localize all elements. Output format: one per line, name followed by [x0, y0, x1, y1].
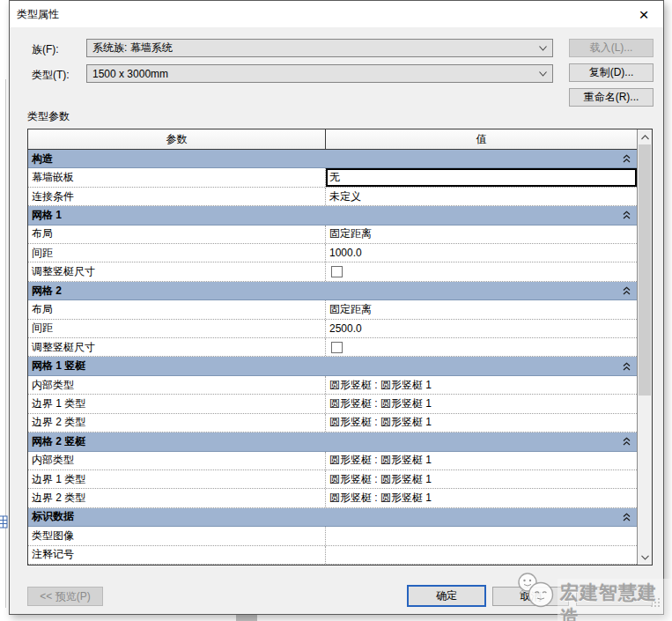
param-row[interactable]: 边界 2 类型圆形竖梃 : 圆形竖梃 1 — [28, 414, 637, 432]
screenshot-page: 类型属性 × 族(F): 系统族: 幕墙系统 载入(L)... 类型(T): 1… — [0, 0, 672, 621]
param-name-cell: 连接条件 — [28, 188, 326, 205]
param-row[interactable]: 注释记号 — [28, 546, 637, 565]
collapse-chevron-icon[interactable] — [623, 211, 631, 219]
section-label: 标识数据 — [32, 509, 74, 524]
param-value-cell[interactable]: 圆形竖梃 : 圆形竖梃 1 — [326, 452, 637, 469]
load-button: 载入(L)... — [569, 39, 654, 57]
type-params-label: 类型参数 — [27, 109, 70, 124]
checkbox[interactable] — [331, 342, 343, 353]
param-name-cell: 布局 — [28, 300, 326, 318]
close-icon[interactable]: × — [630, 3, 658, 26]
param-name-cell: 边界 1 类型 — [28, 395, 326, 412]
param-name-cell: 间距 — [28, 244, 326, 262]
collapse-chevron-icon[interactable] — [623, 286, 631, 295]
param-value-cell[interactable] — [326, 527, 637, 544]
section-row[interactable]: 网格 1 竖梃 — [28, 357, 637, 375]
param-row[interactable]: 调整竖梃尺寸 — [28, 262, 637, 281]
scroll-down-icon[interactable] — [638, 550, 652, 565]
family-value: 系统族: 幕墙系统 — [92, 41, 173, 55]
param-value-cell[interactable]: 未定义 — [326, 188, 637, 205]
param-value-cell[interactable] — [326, 262, 637, 280]
type-properties-dialog: 类型属性 × 族(F): 系统族: 幕墙系统 载入(L)... 类型(T): 1… — [9, 0, 664, 615]
family-combobox[interactable]: 系统族: 幕墙系统 — [86, 39, 553, 57]
scrollbar-thumb[interactable] — [639, 144, 651, 396]
ok-button[interactable]: 确定 — [407, 585, 486, 607]
watermark-text: 宏建智慧建造 — [558, 579, 672, 621]
param-row[interactable]: 类型图像 — [28, 527, 637, 545]
param-row[interactable]: 边界 2 类型圆形竖梃 : 圆形竖梃 1 — [28, 489, 637, 507]
param-name-cell: 间距 — [28, 320, 326, 337]
param-value-cell[interactable]: 圆形竖梃 : 圆形竖梃 1 — [326, 376, 637, 394]
param-row[interactable]: 内部类型圆形竖梃 : 圆形竖梃 1 — [28, 376, 637, 395]
section-label: 构造 — [32, 152, 53, 166]
param-row[interactable]: 布局固定距离 — [28, 225, 637, 244]
param-value-cell[interactable]: 圆形竖梃 : 圆形竖梃 1 — [326, 395, 637, 412]
collapse-chevron-icon[interactable] — [623, 437, 631, 446]
chevron-down-icon — [539, 71, 547, 77]
background-table-icon — [0, 515, 8, 529]
param-value-cell[interactable] — [326, 546, 637, 564]
param-row[interactable]: 间距1000.0 — [28, 244, 637, 262]
dialog-titlebar[interactable]: 类型属性 × — [10, 1, 663, 27]
param-name-cell: 幕墙嵌板 — [28, 168, 326, 186]
param-row[interactable]: 布局固定距离 — [28, 300, 637, 319]
param-value-cell[interactable]: 圆形竖梃 : 圆形竖梃 1 — [326, 489, 637, 506]
param-row[interactable]: 内部类型圆形竖梃 : 圆形竖梃 1 — [28, 452, 637, 470]
param-name-cell: 边界 1 类型 — [28, 470, 326, 488]
scrollbar-track[interactable] — [638, 144, 652, 550]
type-combobox[interactable]: 1500 x 3000mm — [86, 64, 553, 83]
param-value-cell[interactable]: 圆形竖梃 : 圆形竖梃 1 — [326, 414, 637, 432]
param-value-cell[interactable]: 圆形竖梃 : 圆形竖梃 1 — [326, 470, 637, 488]
param-name-cell: 布局 — [28, 225, 326, 243]
type-label: 类型(T): — [32, 68, 70, 83]
section-row[interactable]: 标识数据 — [28, 508, 637, 527]
param-column-header: 参数 — [28, 129, 326, 149]
section-label: 网格 1 竖梃 — [32, 359, 85, 373]
collapse-chevron-icon[interactable] — [623, 362, 631, 371]
param-table-body: 构造幕墙嵌板无连接条件未定义网格 1布局固定距离间距1000.0调整竖梃尺寸网格… — [28, 150, 637, 565]
family-label: 族(F): — [32, 42, 59, 57]
preview-button: << 预览(P) — [27, 587, 103, 606]
section-row[interactable]: 网格 1 — [28, 206, 637, 225]
param-row[interactable]: 调整竖梃尺寸 — [28, 338, 637, 357]
collapse-chevron-icon[interactable] — [623, 513, 631, 521]
section-row[interactable]: 网格 2 — [28, 282, 637, 300]
type-value: 1500 x 3000mm — [92, 68, 168, 80]
param-value-cell[interactable]: 固定距离 — [326, 225, 637, 243]
param-value-cell[interactable]: 2500.0 — [326, 320, 637, 337]
param-name-cell: 内部类型 — [28, 452, 326, 469]
param-name-cell: 调整竖梃尺寸 — [28, 338, 326, 356]
value-column-header: 值 — [326, 129, 637, 149]
collapse-chevron-icon[interactable] — [623, 154, 631, 163]
watermark-logo-icon — [515, 571, 558, 614]
duplicate-button[interactable]: 复制(D)... — [569, 63, 654, 82]
param-table: 参数 值 构造幕墙嵌板无连接条件未定义网格 1布局固定距离间距1000.0调整竖… — [27, 129, 653, 566]
chevron-down-icon — [539, 46, 547, 51]
section-row[interactable]: 构造 — [28, 150, 637, 168]
param-value-cell[interactable]: 无 — [326, 168, 637, 186]
param-name-cell: 调整竖梃尺寸 — [28, 262, 326, 280]
section-row[interactable]: 网格 2 竖梃 — [28, 432, 637, 451]
param-value-cell[interactable]: 固定距离 — [326, 300, 637, 318]
section-label: 网格 1 — [32, 208, 62, 223]
param-name-cell: 注释记号 — [28, 546, 326, 564]
scroll-up-icon[interactable] — [638, 129, 652, 144]
param-row[interactable]: 间距2500.0 — [28, 320, 637, 338]
dialog-title: 类型属性 — [17, 7, 59, 22]
param-name-cell: 边界 2 类型 — [28, 414, 326, 432]
param-row[interactable]: 幕墙嵌板无 — [28, 168, 637, 187]
param-value-cell[interactable] — [326, 338, 637, 356]
param-name-cell: 边界 2 类型 — [28, 489, 326, 506]
param-name-cell: 内部类型 — [28, 376, 326, 394]
section-label: 网格 2 — [32, 284, 62, 299]
param-table-header: 参数 值 — [28, 129, 637, 150]
scrollbar[interactable] — [637, 129, 652, 565]
param-row[interactable]: 连接条件未定义 — [28, 188, 637, 206]
param-value-cell[interactable]: 1000.0 — [326, 244, 637, 262]
param-row[interactable]: 边界 1 类型圆形竖梃 : 圆形竖梃 1 — [28, 470, 637, 489]
param-row[interactable]: 边界 1 类型圆形竖梃 : 圆形竖梃 1 — [28, 395, 637, 413]
rename-button[interactable]: 重命名(R)... — [569, 88, 654, 107]
param-name-cell: 类型图像 — [28, 527, 326, 544]
background-fragment — [236, 614, 257, 621]
checkbox[interactable] — [331, 266, 343, 277]
